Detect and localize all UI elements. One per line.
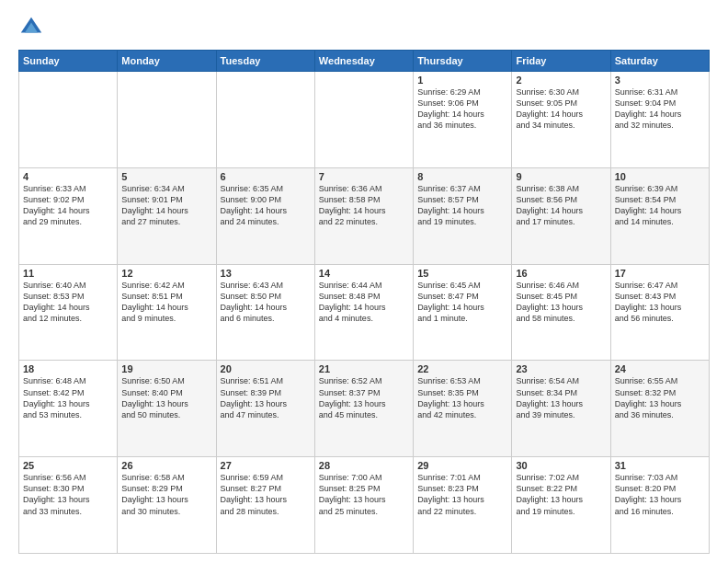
calendar-cell: 23Sunrise: 6:54 AM Sunset: 8:34 PM Dayli…: [512, 361, 610, 457]
calendar-cell: 4Sunrise: 6:33 AM Sunset: 9:02 PM Daylig…: [19, 167, 118, 264]
day-number: 25: [23, 460, 113, 471]
calendar-cell: 11Sunrise: 6:40 AM Sunset: 8:53 PM Dayli…: [19, 264, 118, 361]
calendar-week-row: 4Sunrise: 6:33 AM Sunset: 9:02 PM Daylig…: [19, 167, 710, 264]
calendar-day-header: Wednesday: [314, 51, 413, 72]
day-number: 4: [23, 171, 113, 182]
calendar-cell: 22Sunrise: 6:53 AM Sunset: 8:35 PM Dayli…: [414, 361, 512, 457]
calendar-cell: [19, 72, 118, 168]
calendar-cell: 2Sunrise: 6:30 AM Sunset: 9:05 PM Daylig…: [512, 72, 610, 168]
day-info: Sunrise: 6:33 AM Sunset: 9:02 PM Dayligh…: [23, 183, 113, 228]
calendar-cell: 10Sunrise: 6:39 AM Sunset: 8:54 PM Dayli…: [610, 167, 709, 264]
day-info: Sunrise: 6:48 AM Sunset: 8:42 PM Dayligh…: [23, 375, 113, 420]
day-info: Sunrise: 6:37 AM Sunset: 8:57 PM Dayligh…: [417, 183, 507, 228]
calendar-cell: 17Sunrise: 6:47 AM Sunset: 8:43 PM Dayli…: [610, 264, 709, 361]
day-info: Sunrise: 6:50 AM Sunset: 8:40 PM Dayligh…: [121, 375, 211, 420]
calendar-week-row: 25Sunrise: 6:56 AM Sunset: 8:30 PM Dayli…: [19, 457, 710, 554]
calendar-cell: 18Sunrise: 6:48 AM Sunset: 8:42 PM Dayli…: [19, 361, 118, 457]
day-number: 14: [319, 268, 409, 279]
day-info: Sunrise: 6:51 AM Sunset: 8:39 PM Dayligh…: [221, 375, 311, 420]
day-info: Sunrise: 6:44 AM Sunset: 8:48 PM Dayligh…: [319, 280, 409, 325]
day-info: Sunrise: 6:55 AM Sunset: 8:32 PM Dayligh…: [615, 375, 705, 420]
calendar-cell: 15Sunrise: 6:45 AM Sunset: 8:47 PM Dayli…: [414, 264, 512, 361]
calendar-cell: 13Sunrise: 6:43 AM Sunset: 8:50 PM Dayli…: [216, 264, 314, 361]
calendar-cell: 30Sunrise: 7:02 AM Sunset: 8:22 PM Dayli…: [512, 457, 610, 554]
calendar-cell: 1Sunrise: 6:29 AM Sunset: 9:06 PM Daylig…: [414, 72, 512, 168]
calendar-cell: 29Sunrise: 7:01 AM Sunset: 8:23 PM Dayli…: [414, 457, 512, 554]
day-info: Sunrise: 7:01 AM Sunset: 8:23 PM Dayligh…: [417, 472, 507, 517]
day-info: Sunrise: 6:43 AM Sunset: 8:50 PM Dayligh…: [221, 280, 311, 325]
day-number: 21: [319, 363, 409, 374]
day-info: Sunrise: 6:46 AM Sunset: 8:45 PM Dayligh…: [516, 280, 606, 325]
calendar-cell: 26Sunrise: 6:58 AM Sunset: 8:29 PM Dayli…: [118, 457, 216, 554]
calendar-cell: 25Sunrise: 6:56 AM Sunset: 8:30 PM Dayli…: [19, 457, 118, 554]
day-number: 12: [121, 268, 211, 279]
day-info: Sunrise: 6:39 AM Sunset: 8:54 PM Dayligh…: [615, 183, 705, 228]
day-number: 10: [615, 171, 705, 182]
day-info: Sunrise: 6:45 AM Sunset: 8:47 PM Dayligh…: [417, 280, 507, 325]
day-number: 31: [615, 460, 705, 471]
day-info: Sunrise: 7:02 AM Sunset: 8:22 PM Dayligh…: [516, 472, 606, 517]
day-info: Sunrise: 6:35 AM Sunset: 9:00 PM Dayligh…: [221, 183, 311, 228]
calendar-cell: 14Sunrise: 6:44 AM Sunset: 8:48 PM Dayli…: [314, 264, 413, 361]
logo: [18, 15, 48, 40]
calendar-day-header: Saturday: [610, 51, 709, 72]
calendar-cell: 24Sunrise: 6:55 AM Sunset: 8:32 PM Dayli…: [610, 361, 709, 457]
calendar-day-header: Tuesday: [216, 51, 314, 72]
day-number: 29: [417, 460, 507, 471]
calendar-cell: 27Sunrise: 6:59 AM Sunset: 8:27 PM Dayli…: [216, 457, 314, 554]
day-info: Sunrise: 6:54 AM Sunset: 8:34 PM Dayligh…: [516, 375, 606, 420]
day-number: 9: [516, 171, 606, 182]
calendar-day-header: Monday: [118, 51, 216, 72]
day-info: Sunrise: 6:29 AM Sunset: 9:06 PM Dayligh…: [417, 86, 507, 132]
day-info: Sunrise: 6:59 AM Sunset: 8:27 PM Dayligh…: [221, 472, 311, 517]
day-info: Sunrise: 6:40 AM Sunset: 8:53 PM Dayligh…: [23, 280, 113, 325]
day-number: 15: [417, 268, 507, 279]
calendar-cell: 8Sunrise: 6:37 AM Sunset: 8:57 PM Daylig…: [414, 167, 512, 264]
day-info: Sunrise: 7:00 AM Sunset: 8:25 PM Dayligh…: [319, 472, 409, 517]
calendar-cell: 16Sunrise: 6:46 AM Sunset: 8:45 PM Dayli…: [512, 264, 610, 361]
day-number: 27: [221, 460, 311, 471]
calendar-cell: 6Sunrise: 6:35 AM Sunset: 9:00 PM Daylig…: [216, 167, 314, 264]
day-number: 22: [417, 363, 507, 374]
calendar-cell: 20Sunrise: 6:51 AM Sunset: 8:39 PM Dayli…: [216, 361, 314, 457]
header: [18, 15, 710, 40]
calendar-cell: 9Sunrise: 6:38 AM Sunset: 8:56 PM Daylig…: [512, 167, 610, 264]
day-info: Sunrise: 6:36 AM Sunset: 8:58 PM Dayligh…: [319, 183, 409, 228]
day-number: 26: [121, 460, 211, 471]
calendar-cell: [118, 72, 216, 168]
day-number: 13: [221, 268, 311, 279]
calendar-day-header: Thursday: [414, 51, 512, 72]
day-info: Sunrise: 6:56 AM Sunset: 8:30 PM Dayligh…: [23, 472, 113, 517]
day-number: 3: [615, 75, 705, 86]
day-number: 16: [516, 268, 606, 279]
day-info: Sunrise: 6:47 AM Sunset: 8:43 PM Dayligh…: [615, 280, 705, 325]
day-number: 19: [121, 363, 211, 374]
day-number: 7: [319, 171, 409, 182]
calendar-header-row: SundayMondayTuesdayWednesdayThursdayFrid…: [19, 51, 710, 72]
calendar-week-row: 18Sunrise: 6:48 AM Sunset: 8:42 PM Dayli…: [19, 361, 710, 457]
calendar-week-row: 1Sunrise: 6:29 AM Sunset: 9:06 PM Daylig…: [19, 72, 710, 168]
day-number: 11: [23, 268, 113, 279]
day-info: Sunrise: 6:53 AM Sunset: 8:35 PM Dayligh…: [417, 375, 507, 420]
calendar-table: SundayMondayTuesdayWednesdayThursdayFrid…: [18, 50, 710, 554]
day-info: Sunrise: 6:42 AM Sunset: 8:51 PM Dayligh…: [121, 280, 211, 325]
calendar-cell: [314, 72, 413, 168]
day-number: 23: [516, 363, 606, 374]
day-info: Sunrise: 6:30 AM Sunset: 9:05 PM Dayligh…: [516, 86, 606, 132]
day-number: 28: [319, 460, 409, 471]
page: SundayMondayTuesdayWednesdayThursdayFrid…: [0, 0, 728, 563]
calendar-cell: 7Sunrise: 6:36 AM Sunset: 8:58 PM Daylig…: [314, 167, 413, 264]
day-info: Sunrise: 6:58 AM Sunset: 8:29 PM Dayligh…: [121, 472, 211, 517]
calendar-cell: 3Sunrise: 6:31 AM Sunset: 9:04 PM Daylig…: [610, 72, 709, 168]
calendar-cell: 28Sunrise: 7:00 AM Sunset: 8:25 PM Dayli…: [314, 457, 413, 554]
calendar-cell: [216, 72, 314, 168]
day-info: Sunrise: 6:38 AM Sunset: 8:56 PM Dayligh…: [516, 183, 606, 228]
day-info: Sunrise: 6:52 AM Sunset: 8:37 PM Dayligh…: [319, 375, 409, 420]
day-info: Sunrise: 6:34 AM Sunset: 9:01 PM Dayligh…: [121, 183, 211, 228]
calendar-day-header: Friday: [512, 51, 610, 72]
day-number: 18: [23, 363, 113, 374]
calendar-cell: 21Sunrise: 6:52 AM Sunset: 8:37 PM Dayli…: [314, 361, 413, 457]
day-number: 20: [221, 363, 311, 374]
day-number: 5: [121, 171, 211, 182]
calendar-cell: 31Sunrise: 7:03 AM Sunset: 8:20 PM Dayli…: [610, 457, 709, 554]
